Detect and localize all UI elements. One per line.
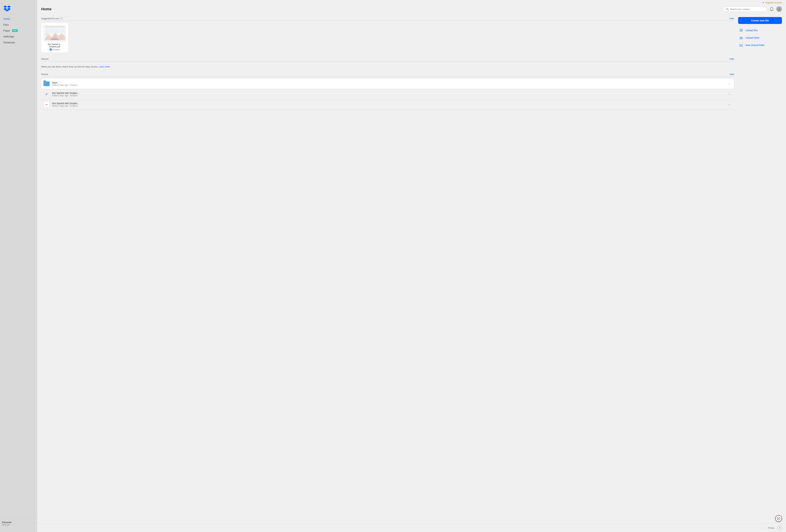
upload-folder-action[interactable]: Upload folder bbox=[738, 34, 782, 42]
starred-title: Starred bbox=[41, 58, 48, 60]
recent-item-apps-info: Apps Added 5 days ago · Dropbox bbox=[52, 81, 724, 86]
folder-small-icon bbox=[50, 49, 52, 51]
recent-title: Recent bbox=[41, 73, 48, 75]
search-bar[interactable]: 🔍 bbox=[723, 6, 767, 11]
search-icon: 🔍 bbox=[726, 8, 729, 10]
star-icon: ★ bbox=[762, 1, 764, 4]
new-shared-folder-action[interactable]: New shared folder bbox=[738, 42, 782, 49]
sidebar-item-home[interactable]: Home bbox=[1, 16, 36, 22]
recent-item-link[interactable]: Get Started with Dropbo... Added 5 days … bbox=[41, 89, 734, 99]
upload-folder-label: Upload folder bbox=[745, 37, 760, 39]
recent-item-apps-name: Apps bbox=[52, 81, 724, 84]
starred-learn-more-link[interactable]: Learn more bbox=[99, 66, 110, 68]
recent-item-pdf-more-button[interactable]: ··· bbox=[727, 102, 732, 107]
svg-point-13 bbox=[777, 517, 780, 520]
recent-item-apps-meta: Added 5 days ago · Dropbox bbox=[52, 84, 724, 86]
card-filename: Get Started w... Dropbox.pdf bbox=[43, 43, 66, 48]
recent-item-link-name: Get Started with Dropbo... bbox=[52, 92, 724, 94]
sidebar-item-label-hellosign: HelloSign bbox=[3, 35, 14, 38]
dropbox-logo-icon bbox=[3, 5, 11, 11]
sidebar-item-label-home: Home bbox=[3, 17, 10, 20]
suggested-title-text: Suggested for you bbox=[41, 17, 59, 20]
recent-item-apps[interactable]: Apps Added 5 days ago · Dropbox ··· bbox=[41, 79, 734, 89]
sidebar-item-label-files: Files bbox=[3, 23, 9, 26]
account-chevron-icon: ⌃ bbox=[33, 523, 35, 525]
recent-item-pdf[interactable]: PDF Get Started with Dropbo... Added 5 d… bbox=[41, 99, 734, 110]
main-area: ★ Upgrade account Home 🔍 bbox=[37, 0, 786, 532]
thumbnail-svg bbox=[43, 25, 66, 42]
sidebar-nav: Home Files Paper New HelloSign Showcase bbox=[0, 16, 37, 518]
card-folder: Dropbox bbox=[43, 49, 66, 51]
sidebar: Home Files Paper New HelloSign Showcase … bbox=[0, 0, 37, 532]
recent-item-apps-icon bbox=[44, 81, 50, 87]
recent-item-pdf-icon-box: PDF bbox=[44, 101, 50, 107]
suggested-section-header: Suggested for you i Hide bbox=[41, 15, 734, 21]
right-panel: Create new file Upload files bbox=[738, 15, 782, 520]
suggested-card-dropbox-pdf[interactable]: Get Started w... Dropbox.pdf Dropbox bbox=[41, 23, 68, 53]
suggested-title: Suggested for you i bbox=[41, 17, 63, 20]
create-new-file-button[interactable]: Create new file bbox=[738, 17, 782, 24]
recent-item-link-more-button[interactable]: ··· bbox=[727, 92, 732, 96]
content-area: Suggested for you i Hide bbox=[37, 14, 786, 524]
sidebar-item-files[interactable]: Files bbox=[1, 22, 36, 27]
header: Home 🔍 bbox=[37, 4, 786, 14]
link-icon bbox=[44, 92, 49, 97]
starred-title-text: Starred bbox=[41, 58, 48, 60]
svg-rect-8 bbox=[60, 29, 64, 33]
search-input[interactable] bbox=[730, 8, 765, 10]
recent-item-link-info: Get Started with Dropbo... Added 5 days … bbox=[52, 92, 724, 97]
svg-rect-6 bbox=[50, 29, 54, 33]
sidebar-item-label-showcase: Showcase bbox=[3, 41, 15, 44]
bottom-bar: ··· Privacy ? bbox=[37, 524, 786, 532]
folder-blue-icon bbox=[44, 81, 50, 86]
suggested-info-icon[interactable]: i bbox=[60, 17, 63, 20]
new-shared-folder-icon bbox=[739, 43, 743, 48]
bottom-more-button[interactable]: ··· bbox=[764, 527, 765, 529]
logo-area bbox=[0, 3, 37, 16]
task-badge[interactable] bbox=[775, 515, 782, 522]
svg-point-1 bbox=[779, 8, 780, 9]
user-avatar[interactable] bbox=[776, 6, 782, 12]
sidebar-footer[interactable]: Personal Only you ⌃ bbox=[0, 518, 37, 529]
recent-item-link-icon-box bbox=[44, 91, 50, 97]
starred-empty-text: When you star items, they'll show up her… bbox=[41, 66, 98, 68]
sidebar-item-showcase[interactable]: Showcase bbox=[1, 40, 36, 45]
card-thumbnail bbox=[43, 25, 66, 42]
content-main: Suggested for you i Hide bbox=[41, 15, 734, 520]
svg-rect-9 bbox=[45, 33, 50, 34]
svg-rect-10 bbox=[45, 34, 49, 35]
svg-rect-7 bbox=[55, 29, 59, 33]
task-badge-dot bbox=[780, 515, 782, 517]
recent-item-pdf-meta: Added 5 days ago · Dropbox bbox=[52, 105, 724, 107]
suggested-hide-button[interactable]: Hide bbox=[730, 17, 734, 20]
pdf-icon: PDF bbox=[44, 101, 49, 107]
recent-item-apps-more-button[interactable]: ··· bbox=[727, 81, 732, 86]
avatar-circle bbox=[776, 6, 782, 12]
upload-files-action[interactable]: Upload files bbox=[738, 27, 782, 34]
sidebar-item-hellosign[interactable]: HelloSign bbox=[1, 34, 36, 39]
recent-list: Apps Added 5 days ago · Dropbox ··· bbox=[41, 79, 734, 110]
account-name: Personal bbox=[2, 521, 11, 524]
sidebar-item-paper[interactable]: Paper New bbox=[1, 28, 36, 33]
help-icon: ? bbox=[779, 527, 780, 529]
svg-point-12 bbox=[741, 45, 741, 46]
upload-files-label: Upload files bbox=[745, 29, 758, 32]
recent-item-pdf-name: Get Started with Dropbo... bbox=[52, 102, 724, 105]
header-right: 🔍 bbox=[723, 6, 782, 12]
svg-rect-5 bbox=[45, 29, 49, 33]
sidebar-item-label-paper: Paper bbox=[3, 29, 10, 32]
recent-item-pdf-info: Get Started with Dropbo... Added 5 days … bbox=[52, 102, 724, 107]
help-button[interactable]: ? bbox=[777, 526, 782, 530]
starred-hide-button[interactable]: Hide bbox=[730, 58, 734, 60]
privacy-link[interactable]: Privacy bbox=[768, 527, 775, 529]
card-folder-name: Dropbox bbox=[53, 49, 60, 51]
checkmark-icon bbox=[777, 517, 780, 520]
recent-section-header: Recent Hide bbox=[41, 71, 734, 77]
recent-hide-button[interactable]: Hide bbox=[730, 73, 734, 75]
recent-item-link-meta: Added 5 days ago · Dropbox bbox=[52, 94, 724, 97]
upgrade-account-link[interactable]: ★ Upgrade account bbox=[762, 1, 782, 4]
notifications-bell-icon[interactable] bbox=[770, 7, 773, 11]
starred-empty-message: When you star items, they'll show up her… bbox=[41, 64, 734, 71]
upload-folder-icon bbox=[739, 35, 743, 40]
paper-new-badge: New bbox=[12, 29, 18, 32]
